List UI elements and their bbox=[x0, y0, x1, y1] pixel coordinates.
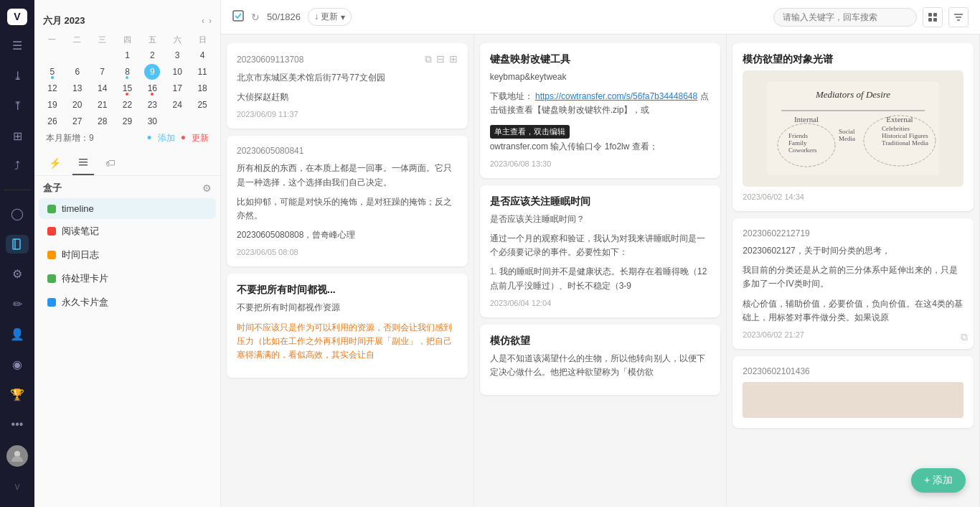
cal-day-17[interactable]: 17 bbox=[165, 80, 189, 96]
map-rail-icon[interactable]: ◉ bbox=[6, 355, 29, 373]
grid-icon[interactable]: ⊞ bbox=[6, 126, 29, 145]
cal-day-19[interactable]: 19 bbox=[40, 97, 65, 113]
cal-day-10[interactable]: 10 bbox=[165, 64, 189, 80]
card-mediators-spectrum[interactable]: 模仿欲望的对象光谱 Mediators of Desire Internal E… bbox=[732, 43, 974, 211]
cal-day-21[interactable]: 21 bbox=[90, 97, 115, 113]
search-input[interactable] bbox=[773, 8, 917, 27]
card-time-3: 2023/06/02 21:27 bbox=[743, 330, 963, 339]
calendar: 六月 2023 ‹ › 一 二 三 四 五 六 日 1 2 3 4 5 6 bbox=[34, 11, 220, 153]
update-button[interactable]: 更新 bbox=[192, 132, 209, 144]
svg-rect-5 bbox=[79, 164, 88, 166]
card-20230602101436[interactable]: 20230602101436 bbox=[732, 356, 974, 428]
svg-text:Friends: Friends bbox=[788, 132, 808, 139]
search-rail-icon[interactable]: ◯ bbox=[6, 205, 29, 223]
cal-day-30[interactable]: 30 bbox=[140, 113, 164, 129]
card-sleep-time[interactable]: 是否应该关注睡眠时间 是否应该关注睡眠时间？ 通过一个月的观察和验证，我认为对我… bbox=[480, 185, 721, 317]
refresh-icon[interactable]: ↻ bbox=[251, 11, 260, 23]
user-rail-icon[interactable]: 👤 bbox=[6, 325, 29, 343]
tab-list[interactable] bbox=[72, 153, 94, 175]
cal-day-1[interactable]: 1 bbox=[116, 47, 140, 63]
cal-day-16[interactable]: 16 bbox=[140, 80, 164, 96]
notebook-rail-icon[interactable] bbox=[6, 235, 29, 254]
cal-day-2[interactable]: 2 bbox=[140, 47, 164, 63]
filter-button[interactable] bbox=[948, 7, 969, 27]
card-p1: 所有相反的东西，在本质上都是一回事。一体两面。它只是一种选择，这个选择由我们自己… bbox=[237, 162, 458, 189]
tooltip-container: 单主查看，双击编辑 bbox=[490, 125, 570, 139]
cal-day-20[interactable]: 20 bbox=[65, 97, 90, 113]
svg-rect-8 bbox=[933, 13, 937, 17]
notebook-item-permanent[interactable]: 永久卡片盒 bbox=[39, 291, 216, 314]
notebook-item-pending[interactable]: 待处理卡片 bbox=[39, 267, 216, 290]
trophy-rail-icon[interactable]: 🏆 bbox=[6, 385, 29, 404]
cal-day-empty bbox=[40, 47, 65, 63]
cal-day-13[interactable]: 13 bbox=[65, 80, 90, 96]
card-mimetic-desire[interactable]: 模仿欲望 人是不知道该渴望什么的生物，所以他转向别人，以便下定决心做什么。他把这… bbox=[480, 325, 721, 395]
tab-flash[interactable]: ⚡ bbox=[43, 153, 67, 175]
cal-day-22[interactable]: 22 bbox=[116, 97, 140, 113]
view-toggle-button[interactable] bbox=[923, 7, 943, 27]
menu-icon[interactable]: ☰ bbox=[6, 37, 29, 55]
sync-button[interactable]: ↓ 更新 ▾ bbox=[308, 8, 352, 26]
cal-day-12[interactable]: 12 bbox=[40, 80, 65, 96]
calendar-prev-arrow[interactable]: ‹ bbox=[202, 16, 204, 26]
cal-day-25[interactable]: 25 bbox=[190, 97, 215, 113]
svg-text:Coworkers: Coworkers bbox=[788, 146, 817, 154]
cal-day-6[interactable]: 6 bbox=[65, 64, 90, 80]
nb-name-permanent: 永久卡片盒 bbox=[62, 296, 108, 309]
card-20230609113708[interactable]: 20230609113708 ⧉ ⊟ ⊞ 北京市东城区美术馆后街77号77文创园… bbox=[227, 43, 468, 129]
cal-day-29[interactable]: 29 bbox=[116, 113, 140, 129]
download-icon[interactable]: ⤓ bbox=[6, 67, 29, 85]
cal-day-15[interactable]: 15 bbox=[116, 80, 140, 96]
cal-day-8[interactable]: 8 bbox=[116, 64, 140, 80]
card-20230602212719[interactable]: 20230602212719 20230602127，关于时间分类的思考， 我目… bbox=[732, 218, 974, 349]
avatar[interactable] bbox=[6, 445, 28, 467]
copy-icon[interactable]: ⧉ bbox=[425, 53, 432, 65]
cal-day-7[interactable]: 7 bbox=[90, 64, 115, 80]
cal-day-4[interactable]: 4 bbox=[190, 47, 215, 63]
card-time-keyboard: 2023/06/08 13:30 bbox=[490, 159, 711, 168]
card-20230605080841[interactable]: 20230605080841 所有相反的东西，在本质上都是一回事。一体两面。它只… bbox=[227, 136, 468, 266]
cal-day-3[interactable]: 3 bbox=[165, 47, 189, 63]
cal-day-9[interactable]: 9 bbox=[144, 64, 160, 80]
box-settings-icon[interactable]: ⚙ bbox=[202, 182, 212, 194]
cal-day-27[interactable]: 27 bbox=[65, 113, 90, 129]
card-keyboard-tool[interactable]: 键盘映射改键工具 keybmap&keytweak 下载地址： https://… bbox=[480, 43, 721, 178]
cal-day-23[interactable]: 23 bbox=[140, 97, 164, 113]
select-all-icon[interactable] bbox=[232, 10, 244, 24]
download-link[interactable]: https://cowtransfer.com/s/56fa7b34448648 bbox=[535, 91, 697, 101]
add-button[interactable]: 添加 bbox=[158, 132, 175, 144]
share-icon[interactable]: ⤴ bbox=[6, 157, 29, 175]
box-title: 盒子 bbox=[43, 182, 62, 195]
card-sleep-list: 1. 我的睡眠时间并不是健康状态。长期存在着睡得晚（12点前几乎没睡过）、时长不… bbox=[490, 265, 711, 292]
notebook-item-time-log[interactable]: 时间日志 bbox=[39, 243, 216, 266]
copy-icon-right[interactable]: ⧉ bbox=[961, 331, 968, 343]
calendar-nav: 六月 2023 ‹ › bbox=[40, 11, 215, 33]
nb-name-time-log: 时间日志 bbox=[62, 248, 99, 261]
cal-day-26[interactable]: 26 bbox=[40, 113, 65, 129]
tab-tag[interactable]: 🏷 bbox=[100, 153, 121, 175]
card-id-1: 20230609113708 ⧉ ⊟ ⊞ bbox=[237, 53, 458, 65]
calendar-month-title: 六月 2023 bbox=[43, 14, 85, 27]
more-rail-icon[interactable]: ••• bbox=[6, 415, 29, 434]
cal-day-28[interactable]: 28 bbox=[90, 113, 115, 129]
notebook-item-reading[interactable]: 阅读笔记 bbox=[39, 220, 216, 243]
cal-day-24[interactable]: 24 bbox=[165, 97, 189, 113]
cal-day-18[interactable]: 18 bbox=[190, 80, 215, 96]
box-section: 盒子 ⚙ bbox=[34, 176, 220, 197]
pen-rail-icon[interactable]: ✏ bbox=[6, 295, 29, 314]
upload-icon[interactable]: ⤒ bbox=[6, 96, 29, 115]
notebook-item-timeline[interactable]: timeline bbox=[39, 198, 216, 219]
cards-area: 20230609113708 ⧉ ⊟ ⊞ 北京市东城区美术馆后街77号77文创园… bbox=[221, 34, 980, 507]
card-time-resource[interactable]: 不要把所有时间都视... 不要把所有时间都视作资源 时间不应该只是作为可以利用的… bbox=[227, 274, 468, 378]
svg-rect-4 bbox=[79, 162, 88, 163]
tag-icon[interactable]: ⊟ bbox=[436, 53, 445, 65]
calendar-next-arrow[interactable]: › bbox=[209, 16, 212, 26]
cal-day-5[interactable]: 5 bbox=[40, 64, 65, 80]
cal-day-empty bbox=[65, 47, 90, 63]
settings-rail-icon[interactable]: ⚙ bbox=[6, 265, 29, 284]
add-card-icon[interactable]: ⊞ bbox=[449, 53, 458, 65]
svg-rect-6 bbox=[233, 11, 243, 21]
cal-day-11[interactable]: 11 bbox=[190, 64, 215, 80]
add-fab-button[interactable]: + 添加 bbox=[911, 468, 966, 493]
cal-day-14[interactable]: 14 bbox=[90, 80, 115, 96]
